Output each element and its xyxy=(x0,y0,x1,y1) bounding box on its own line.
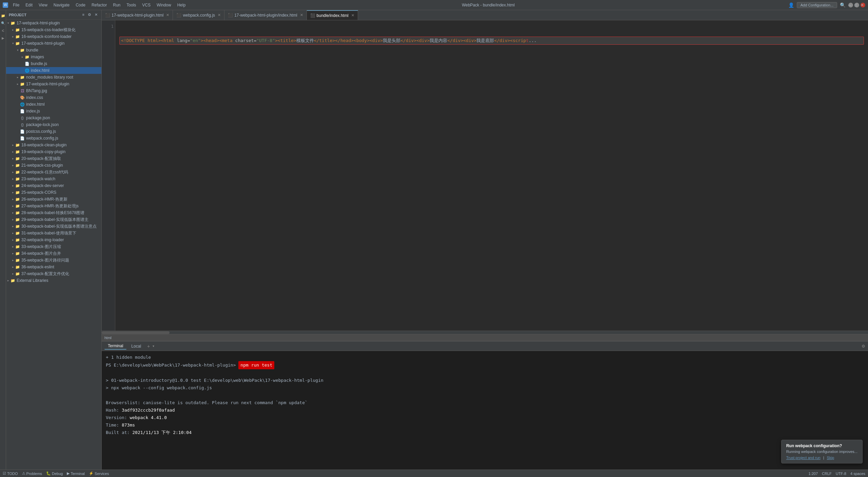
menu-vcs[interactable]: VCS xyxy=(139,2,153,8)
tree-item-index-html[interactable]: 🌐index.html xyxy=(6,67,101,74)
tree-icon-21-css: 📁 xyxy=(15,163,20,168)
menu-file[interactable]: File xyxy=(10,2,22,8)
tab-index-html[interactable]: ⬛ 17-webpack-html-plugin/index.html ✕ xyxy=(224,10,307,20)
tree-item-27-hmr2[interactable]: ▸📁27-webpack-HMR-热更新处理js xyxy=(6,203,101,209)
encoding-status[interactable]: UTF-8 xyxy=(836,472,846,476)
tree-item-26-hmr[interactable]: ▸📁26-webpack-HMR-热更新 xyxy=(6,196,101,203)
services-status[interactable]: ⚡ Services xyxy=(89,471,109,476)
tab-js-icon-config: ⬛ xyxy=(176,13,181,18)
term-output-7: Time: 873ms xyxy=(106,421,864,429)
tree-item-indexjs[interactable]: 📄index.js xyxy=(6,108,101,115)
tree-item-25-cors[interactable]: ▸📁25-webpack-CORS xyxy=(6,189,101,196)
terminal-dropdown-icon[interactable]: ▾ xyxy=(153,344,154,348)
tree-item-18-clean[interactable]: ▸📁18-webpack-clean-plugin xyxy=(6,142,101,148)
menu-window[interactable]: Window xyxy=(154,2,174,8)
tree-item-bundle[interactable]: ▾📁bundle xyxy=(6,47,101,54)
menu-edit[interactable]: Edit xyxy=(23,2,35,8)
terminal-content[interactable]: + 1 hidden module PS E:\develop\web\WebP… xyxy=(102,351,868,470)
line-col-status[interactable]: 1:207 xyxy=(809,472,818,476)
tab-close-2[interactable]: ✕ xyxy=(218,13,221,17)
menu-tools[interactable]: Tools xyxy=(124,2,139,8)
crlf-status[interactable]: CRLF xyxy=(822,472,832,476)
terminal-area: Terminal Local + ▾ ⚙ + 1 hidden module P… xyxy=(102,341,868,470)
tree-item-packagelockjson[interactable]: {}package-lock.json xyxy=(6,121,101,128)
terminal-settings-icon[interactable]: ⚙ xyxy=(862,344,865,349)
close-panel-icon[interactable]: ✕ xyxy=(94,12,99,17)
todo-status[interactable]: ☑ TODO xyxy=(3,471,18,476)
tree-item-30-babel3[interactable]: ▸📁30-webpack-babel-实现低版本图谱注意点 xyxy=(6,223,101,230)
minimize-button[interactable]: ─ xyxy=(848,3,853,7)
tab-close-1[interactable]: ✕ xyxy=(166,13,169,17)
tree-item-packagejson[interactable]: {}package.json xyxy=(6,115,101,121)
tree-item-bundle-js[interactable]: 📄bundle.js xyxy=(6,60,101,67)
project-nav-icon[interactable]: 📁 xyxy=(0,13,6,18)
tree-item-postcssconfig[interactable]: 📄postcss.config.js xyxy=(6,128,101,135)
tree-item-16-loader[interactable]: ▸📁16-webpack-iconfont-loader xyxy=(6,33,101,40)
tree-item-17-webpack-html-root[interactable]: ▸📁17-webpack-html-plugin xyxy=(6,81,101,87)
toast-trust-link[interactable]: Trust project and run xyxy=(786,456,821,460)
tree-item-29-babel2[interactable]: ▸📁29-webpack-babel-实现低版本图谱主 xyxy=(6,216,101,223)
indent-status[interactable]: 4 spaces xyxy=(850,472,865,476)
add-configuration-button[interactable]: Add Configuration... xyxy=(797,2,837,8)
tree-arrow-bundle: ▾ xyxy=(16,48,20,52)
tree-item-node-modules[interactable]: ▸📁node_modules library root xyxy=(6,74,101,81)
tree-item-bntangjpg[interactable]: 🖼BNTang.jpg xyxy=(6,87,101,94)
tree-item-21-css[interactable]: ▸📁21-webpack-css-plugin xyxy=(6,162,101,169)
menu-code[interactable]: Code xyxy=(73,2,88,8)
tree-item-indexhtml2[interactable]: 🌐index.html xyxy=(6,101,101,108)
toast-skip-link[interactable]: Skip xyxy=(827,456,834,460)
tree-item-35-imgbase64[interactable]: ▸📁35-webpack-图片路径问题 xyxy=(6,257,101,264)
tree-item-indexcss[interactable]: 🎨index.css xyxy=(6,94,101,101)
tab-bundle-index[interactable]: ⬛ bundle/index.html ✕ xyxy=(307,10,358,20)
terminal-tab[interactable]: Terminal xyxy=(104,343,126,350)
close-button[interactable]: ✕ xyxy=(861,3,865,7)
tab-close-4[interactable]: ✕ xyxy=(351,13,354,18)
tree-icon-33-imgpress: 📁 xyxy=(15,245,20,249)
tree-item-ext-libs[interactable]: ▸📁External Libraries xyxy=(6,277,101,284)
tree-label-16-loader: 16-webpack-iconfont-loader xyxy=(21,34,72,39)
settings-icon[interactable]: ⚙ xyxy=(87,12,92,17)
tree-item-33-imgpress[interactable]: ▸📁33-webpack-图片压缩 xyxy=(6,243,101,250)
tree-item-37-optimize[interactable]: ▸📁37-webpack-配置文件优化 xyxy=(6,270,101,277)
tree-arrow-27-hmr2: ▸ xyxy=(11,204,15,208)
tree-item-23-watch[interactable]: ▸📁23-webpack-watch xyxy=(6,175,101,182)
tree-arrow-30-babel3: ▸ xyxy=(11,225,15,228)
restore-button[interactable]: □ xyxy=(854,3,859,7)
run-nav-icon[interactable]: ▶ xyxy=(0,35,6,41)
tree-item-22-cssfn[interactable]: ▸📁22-webpack-任意cssf代码 xyxy=(6,169,101,175)
tree-item-36-eslint[interactable]: ▸📁36-webpack-eslint xyxy=(6,264,101,270)
tree-item-32-imgloader[interactable]: ▸📁32-webpack-img-loader xyxy=(6,236,101,243)
tree-item-project-root[interactable]: ▾📁17-webpack-html-plugin xyxy=(6,20,101,26)
horizontal-scrollbar[interactable] xyxy=(102,331,868,334)
code-content[interactable]: <!DOCTYPE html><html lang="en"><head><me… xyxy=(115,20,868,331)
new-terminal-button[interactable]: + xyxy=(146,344,151,349)
local-tab[interactable]: Local xyxy=(128,343,144,349)
tree-item-images[interactable]: ▸📁images xyxy=(6,54,101,60)
tree-item-15-loader[interactable]: ▸📁15-webpack-css-loader模块化 xyxy=(6,26,101,33)
tree-item-20-config[interactable]: ▸📁20-webpack-配置抽取 xyxy=(6,155,101,162)
menu-view[interactable]: View xyxy=(36,2,50,8)
debug-status[interactable]: 🐛 Debug xyxy=(46,471,63,476)
collapse-all-icon[interactable]: ≡ xyxy=(81,12,85,17)
tab-close-3[interactable]: ✕ xyxy=(300,13,303,17)
menu-navigate[interactable]: Navigate xyxy=(51,2,72,8)
menu-refactor[interactable]: Refactor xyxy=(89,2,110,8)
terminal-status[interactable]: ▶ Terminal xyxy=(67,471,85,476)
tree-item-34-imgmerge[interactable]: ▸📁34-webpack-图片合并 xyxy=(6,250,101,257)
tree-item-17-plugin[interactable]: ▾📁17-webpack-html-plugin xyxy=(6,40,101,47)
menu-help[interactable]: Help xyxy=(175,2,189,8)
problems-status[interactable]: ⚠ Problems xyxy=(22,471,42,476)
tree-item-31-babel4[interactable]: ▸📁31-webpack-babel-使用场景下 xyxy=(6,230,101,236)
menu-run[interactable]: Run xyxy=(110,2,123,8)
status-right-items: 1:207 CRLF UTF-8 4 spaces xyxy=(809,472,865,476)
tree-item-24-devserver[interactable]: ▸📁24-webpack-dev-server xyxy=(6,182,101,189)
tree-item-28-babel[interactable]: ▸📁28-webpack-babel-转换ES678图谱 xyxy=(6,209,101,216)
scrollbar-thumb[interactable] xyxy=(102,331,170,334)
vcs-nav-icon[interactable]: ⑆ xyxy=(0,28,6,33)
search-nav-icon[interactable]: 🔍 xyxy=(0,20,6,26)
tab-webpack-html-plugin[interactable]: ⬛ 17-webpack-html-plugin.html ✕ xyxy=(102,10,173,20)
tree-item-19-copy[interactable]: ▸📁19-webpack-copy-plugin xyxy=(6,148,101,155)
tab-webpack-config[interactable]: ⬛ webpack.config.js ✕ xyxy=(173,10,224,20)
tree-item-webpackconfig[interactable]: 📄webpack.config.js xyxy=(6,135,101,142)
search-icon[interactable]: 🔍 xyxy=(840,2,846,8)
